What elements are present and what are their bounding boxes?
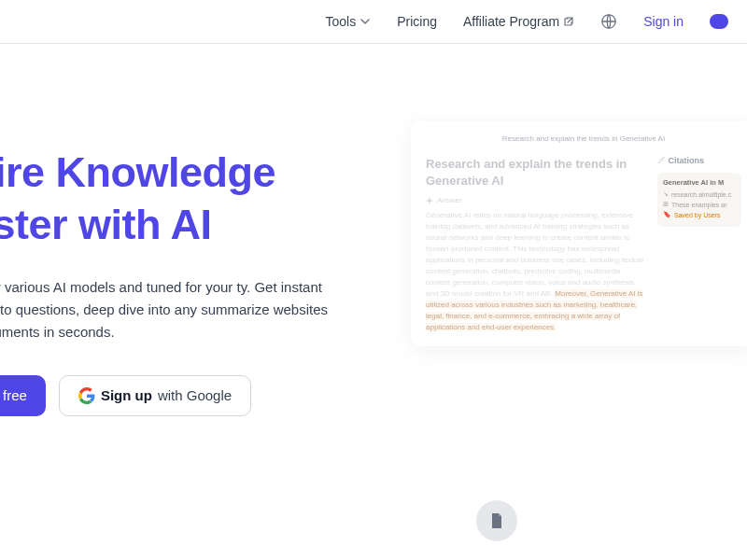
- google-signup-button[interactable]: Sign up with Google: [59, 375, 251, 416]
- product-preview-card: Research and explain the trends in Gener…: [411, 121, 747, 346]
- nav-pricing[interactable]: Pricing: [397, 14, 437, 29]
- document-icon: [487, 511, 506, 530]
- google-bold: Sign up: [101, 387, 152, 403]
- top-navbar: Tools Pricing Affiliate Program Sign in: [0, 0, 747, 44]
- nav-affiliate-label: Affiliate Program: [463, 14, 559, 29]
- preview-main: Research and explain the trends in Gener…: [426, 156, 646, 333]
- citation-source: ↘ research.aimultiple.c: [663, 190, 736, 198]
- nav-pricing-label: Pricing: [397, 14, 437, 29]
- preview-query-bar: Research and explain the trends in Gener…: [426, 134, 741, 143]
- sparkle-icon: [426, 197, 433, 204]
- note-icon: ⊞: [663, 201, 669, 208]
- preview-heading: Research and explain the trends in Gener…: [426, 156, 646, 189]
- preview-body: Research and explain the trends in Gener…: [426, 156, 741, 333]
- preview-text-gray: Generative AI relies on natural language…: [426, 211, 643, 298]
- preview-answer-label: Answer: [426, 196, 646, 204]
- link-icon: ↘: [663, 190, 669, 198]
- citation-note: ⊞ These examples ar: [663, 201, 736, 208]
- feature-document-icon-badge: [476, 500, 517, 541]
- external-link-icon: [563, 16, 574, 27]
- cta-row: er It's free Sign up with Google: [0, 375, 747, 416]
- nav-cta-button[interactable]: [710, 14, 728, 29]
- register-light: It's free: [0, 387, 27, 403]
- nav-tools-label: Tools: [325, 14, 356, 29]
- signin-link[interactable]: Sign in: [643, 14, 684, 29]
- register-button[interactable]: er It's free: [0, 375, 46, 416]
- preview-citations-panel: ⸓ Citations Generative AI in M ↘ researc…: [657, 156, 741, 333]
- citation-saved: 🔖 Saved by Users: [663, 211, 736, 218]
- hero-title-line1: quire Knowledge: [0, 148, 275, 196]
- nav-tools[interactable]: Tools: [325, 14, 371, 29]
- google-light: with Google: [158, 387, 232, 403]
- bookmark-icon: 🔖: [663, 211, 671, 218]
- globe-icon: [600, 13, 617, 30]
- citation-title: Generative AI in M: [663, 178, 736, 187]
- chevron-down-icon: [359, 16, 371, 27]
- language-selector[interactable]: [600, 13, 617, 30]
- google-icon: [78, 387, 95, 404]
- citations-title: ⸓ Citations: [657, 156, 741, 165]
- citation-card: Generative AI in M ↘ research.aimultiple…: [657, 173, 741, 227]
- hero-title-line2: Faster with AI: [0, 201, 211, 248]
- hero-subtitle: wered by various AI models and tuned for…: [0, 276, 355, 343]
- preview-answer-text: Generative AI relies on natural language…: [426, 210, 646, 333]
- signin-label: Sign in: [643, 14, 684, 29]
- nav-affiliate[interactable]: Affiliate Program: [463, 14, 574, 29]
